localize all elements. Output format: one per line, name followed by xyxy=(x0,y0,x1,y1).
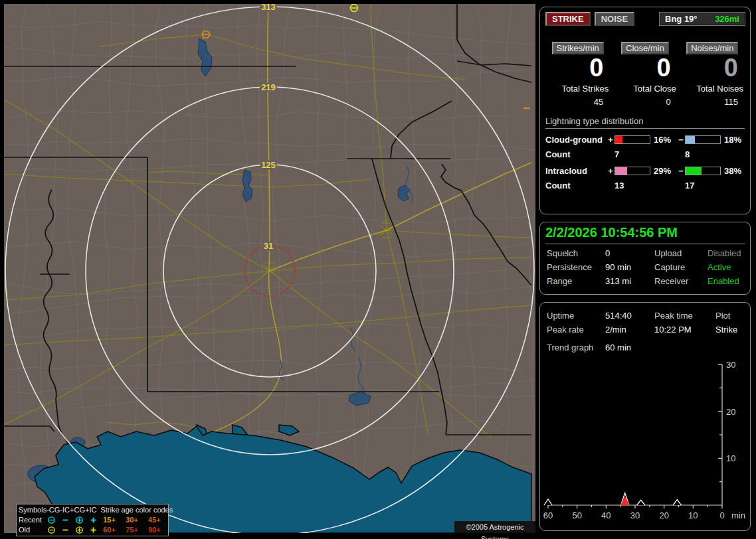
legend-col-neg-cg: -CG xyxy=(47,505,60,515)
cg-negative-bar xyxy=(685,135,721,144)
svg-text:31: 31 xyxy=(264,241,273,251)
strike-mode-button[interactable]: STRIKE xyxy=(545,12,591,26)
receiver-state: Enabled xyxy=(708,276,743,286)
ic-positive-bar xyxy=(614,167,650,175)
squelch-value: 0 xyxy=(605,248,654,258)
bearing-range-display: Bng 19° 326mi xyxy=(660,13,745,25)
map-canvas[interactable]: 31321912531 xyxy=(4,4,535,533)
upload-label: Upload xyxy=(654,248,708,258)
range-label: Range xyxy=(547,276,605,286)
age-90: 90+ xyxy=(148,525,168,535)
strikes-per-min-value: 0 xyxy=(544,54,611,82)
app-window: 31321912531 Symbols -CG -IC +CG +IC Stri… xyxy=(0,0,756,539)
total-close-value: 0 xyxy=(611,97,678,107)
svg-text:0: 0 xyxy=(719,510,724,520)
count-label: Count xyxy=(545,181,607,191)
persistence-label: Persistence xyxy=(547,262,605,272)
svg-text:60: 60 xyxy=(543,510,553,520)
trend-panel: Uptime 514:40 Peak time Plot Peak rate 2… xyxy=(539,302,751,531)
noises-per-min-button[interactable]: Noises/min xyxy=(686,42,738,54)
plot-label: Plot xyxy=(715,311,743,321)
receiver-label: Receiver xyxy=(654,276,708,286)
intracloud-count-row: Count 13 17 xyxy=(545,181,745,191)
trend-graph-label: Trend graph xyxy=(547,343,605,352)
legend-col-pos-ic: +IC xyxy=(85,505,96,515)
svg-text:30: 30 xyxy=(726,360,735,370)
total-strikes-label: Total Strikes xyxy=(544,84,611,94)
stats-row: Peak rate 2/min 10:22 PM Strike xyxy=(540,325,750,335)
cloud-ground-row: Cloud-ground + 16% − 18% xyxy=(545,135,745,145)
cg-negative-pct: 18% xyxy=(721,135,746,145)
svg-text:125: 125 xyxy=(261,160,276,170)
intracloud-label: Intracloud xyxy=(545,166,607,176)
upload-state: Disabled xyxy=(708,248,743,258)
peak-time-label: Peak time xyxy=(654,311,715,321)
svg-text:min: min xyxy=(731,510,745,520)
pos-ic-recent-icon xyxy=(86,516,100,524)
legend-recent-label: Recent xyxy=(19,515,45,525)
count-label: Count xyxy=(545,149,607,159)
ic-negative-pct: 38% xyxy=(721,166,746,176)
bearing-value: Bng 19° xyxy=(665,14,698,24)
plot-mode-value: Strike xyxy=(715,325,743,335)
plus-sign: + xyxy=(607,135,614,145)
cg-positive-count: 7 xyxy=(614,149,650,159)
peak-rate-label: Peak rate xyxy=(547,325,605,335)
age-60: 60+ xyxy=(103,525,123,535)
cg-negative-count: 8 xyxy=(685,149,721,159)
strikes-per-min-button[interactable]: Strikes/min xyxy=(552,42,604,54)
total-noises-label: Total Noises xyxy=(679,84,746,94)
noises-column: Noises/min 0 Total Noises 115 xyxy=(679,42,746,107)
range-value: 313 mi xyxy=(605,276,654,286)
legend-col-pos-cg: +CG xyxy=(70,505,85,515)
capture-state: Active xyxy=(708,262,743,272)
legend-header-row: Symbols -CG -IC +CG +IC Strike age color… xyxy=(19,505,168,515)
total-strikes-value: 45 xyxy=(544,97,611,107)
noise-mode-button[interactable]: NOISE xyxy=(595,12,634,26)
noises-per-min-value: 0 xyxy=(679,54,746,82)
svg-text:20: 20 xyxy=(659,510,668,520)
trend-chart: 1020300102030405060min xyxy=(541,358,749,524)
total-noises-value: 115 xyxy=(679,97,746,107)
pos-cg-old-icon xyxy=(72,526,86,534)
status-row: Persistence 90 min Capture Active xyxy=(540,262,750,272)
svg-text:50: 50 xyxy=(572,510,581,520)
status-panel: 2/2/2026 10:54:56 PM Squelch 0 Upload Di… xyxy=(539,222,751,295)
pos-cg-recent-icon xyxy=(72,516,86,524)
neg-cg-old-icon xyxy=(45,526,58,534)
ic-negative-count: 17 xyxy=(685,181,721,191)
pos-ic-old-icon xyxy=(86,526,100,534)
svg-text:20: 20 xyxy=(726,407,735,417)
strikes-column: Strikes/min 0 Total Strikes 45 xyxy=(544,42,611,107)
svg-text:40: 40 xyxy=(601,510,611,520)
distribution-title: Lightning type distribution xyxy=(545,116,745,129)
close-column: Close/min 0 Total Close 0 xyxy=(611,42,678,107)
ic-negative-bar xyxy=(685,167,721,175)
svg-text:313: 313 xyxy=(261,4,276,12)
ic-positive-count: 13 xyxy=(614,181,650,191)
svg-text:10: 10 xyxy=(726,453,735,463)
stats-row: Uptime 514:40 Peak time Plot xyxy=(540,311,750,321)
total-close-label: Total Close xyxy=(611,84,678,94)
legend-age-title: Strike age color codes xyxy=(100,505,173,515)
svg-text:219: 219 xyxy=(261,82,276,92)
squelch-label: Squelch xyxy=(547,248,605,258)
cloud-ground-count-row: Count 7 8 xyxy=(545,149,745,159)
plus-sign: + xyxy=(607,166,614,176)
neg-ic-old-icon xyxy=(58,526,72,534)
distance-value: 326mi xyxy=(715,14,739,24)
lightning-distribution: Lightning type distribution Cloud-ground… xyxy=(540,116,750,191)
uptime-label: Uptime xyxy=(547,311,605,321)
age-75: 75+ xyxy=(126,525,145,535)
lightning-map[interactable]: 31321912531 Symbols -CG -IC +CG +IC Stri… xyxy=(4,4,535,533)
svg-text:10: 10 xyxy=(688,510,698,520)
cg-positive-pct: 16% xyxy=(650,135,677,145)
svg-text:30: 30 xyxy=(630,510,640,520)
close-per-min-button[interactable]: Close/min xyxy=(621,42,669,54)
minus-sign: − xyxy=(677,166,685,176)
neg-ic-recent-icon xyxy=(58,516,72,524)
age-45: 45+ xyxy=(148,515,168,525)
status-row: Squelch 0 Upload Disabled xyxy=(540,248,750,258)
map-legend: Symbols -CG -IC +CG +IC Strike age color… xyxy=(16,504,169,536)
cloud-ground-label: Cloud-ground xyxy=(545,135,607,145)
